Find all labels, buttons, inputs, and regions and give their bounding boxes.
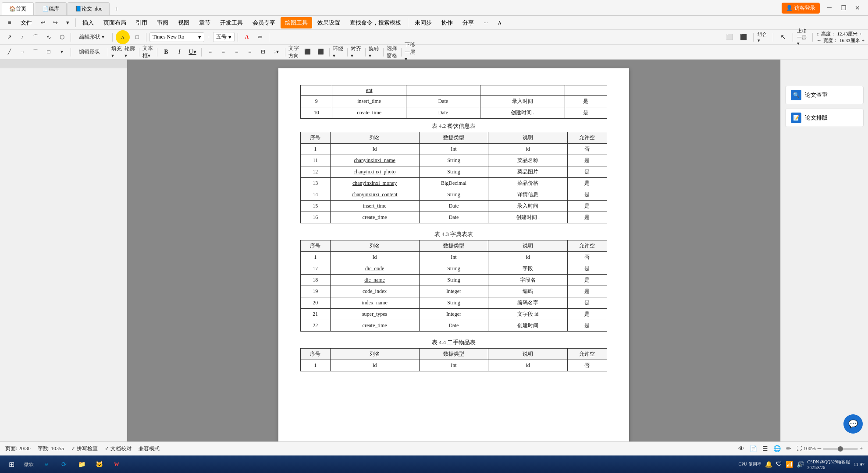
underline-btn[interactable]: U▾ bbox=[187, 46, 198, 58]
menu-draw[interactable]: 绘图工具 bbox=[281, 17, 312, 28]
menu-member[interactable]: 会员专享 bbox=[248, 17, 280, 28]
arrow-tool[interactable]: ↗ bbox=[4, 32, 15, 43]
fill-btn[interactable]: 填充▾ bbox=[111, 46, 123, 58]
taskbar-app-cat[interactable]: 🐱 bbox=[91, 456, 107, 472]
font-size-select[interactable]: 五号 ▾ bbox=[213, 32, 235, 42]
move-down-btn[interactable]: 下移一层▾ bbox=[405, 46, 416, 58]
shape-fill-button[interactable]: A bbox=[116, 30, 130, 44]
taskbar-app-edge[interactable]: ⟳ bbox=[56, 456, 72, 472]
menu-layout[interactable]: 页面布局 bbox=[99, 17, 131, 28]
tab-draft[interactable]: 📄 稿库 bbox=[35, 2, 67, 15]
taskbar-network[interactable]: 📶 bbox=[786, 461, 793, 468]
tab-home[interactable]: 🏠 首页 bbox=[2, 2, 34, 15]
menu-devtools[interactable]: 开发工具 bbox=[216, 17, 247, 28]
minimize-button[interactable]: ─ bbox=[823, 2, 836, 14]
login-button[interactable]: 👤 访客登录 bbox=[782, 3, 820, 14]
select-frame-btn[interactable]: 选择窗格 bbox=[387, 46, 398, 58]
page-view-icon[interactable]: 📄 bbox=[750, 445, 757, 452]
dist-btn[interactable]: ⊟ bbox=[257, 46, 269, 58]
move-up-layer[interactable]: 上移一层 ▾ bbox=[797, 32, 808, 43]
menu-ref[interactable]: 引用 bbox=[132, 17, 152, 28]
rotate-btn[interactable]: 旋转▾ bbox=[369, 46, 380, 58]
edit-shape-btn2[interactable]: 编辑形状 bbox=[74, 46, 105, 58]
menu-insert[interactable]: 插入 bbox=[78, 17, 98, 28]
add-tab-button[interactable]: + bbox=[110, 3, 123, 15]
line-tool[interactable]: / bbox=[17, 32, 28, 43]
menu-search[interactable]: 查找命令，搜索模板 bbox=[345, 17, 406, 28]
edit-icon[interactable]: ✏ bbox=[786, 445, 791, 452]
combine-button[interactable]: 组合 ▾ bbox=[758, 32, 769, 43]
menu-effect[interactable]: 效果设置 bbox=[313, 17, 345, 28]
draw-line-btn[interactable]: ╱ bbox=[4, 46, 15, 58]
highlight-button[interactable]: ✏ bbox=[254, 32, 266, 43]
menu-sync[interactable]: 未同步 bbox=[410, 17, 436, 28]
shape-outline-button[interactable]: □ bbox=[132, 32, 143, 43]
zoom-slider[interactable] bbox=[823, 448, 858, 450]
chat-button[interactable]: 💬 bbox=[843, 414, 863, 434]
more-button[interactable]: ▾ bbox=[62, 17, 73, 28]
fullscreen-icon[interactable]: ⛶ bbox=[797, 445, 802, 452]
text-box-more[interactable]: ⬛ bbox=[738, 32, 749, 43]
taskbar-security[interactable]: 🛡 bbox=[776, 461, 782, 468]
curve-tool[interactable]: ⌒ bbox=[30, 32, 41, 43]
bold-btn[interactable]: B bbox=[160, 46, 172, 58]
text-box-insert[interactable]: ⬜ bbox=[724, 32, 735, 43]
menu-collapse[interactable]: ∧ bbox=[493, 18, 506, 28]
text-dir-btn[interactable]: 文字方向 bbox=[288, 46, 300, 58]
draw-more-btn[interactable]: ▾ bbox=[56, 46, 68, 58]
draw-rect-btn[interactable]: □ bbox=[43, 46, 54, 58]
zoom-minus-btn[interactable]: ─ bbox=[818, 445, 822, 452]
font-name-select[interactable]: Times New Ro ▾ bbox=[149, 32, 204, 42]
text-more-btn[interactable]: ⬛ bbox=[302, 46, 313, 58]
menu-more[interactable]: ··· bbox=[479, 18, 492, 28]
taskbar-app-folder[interactable]: 📁 bbox=[74, 456, 89, 472]
zoom-plus-btn[interactable]: + bbox=[860, 445, 863, 452]
justify-btn[interactable]: ≡ bbox=[244, 46, 256, 58]
taskbar-volume[interactable]: 🔊 bbox=[797, 461, 804, 468]
taskbar-app-wps[interactable]: W bbox=[109, 456, 125, 472]
menu-review[interactable]: 审阅 bbox=[153, 17, 173, 28]
ring-btn[interactable]: 环绕▾ bbox=[333, 46, 344, 58]
font-color-button[interactable]: A bbox=[241, 32, 253, 43]
outline-btn[interactable]: 轮廓▾ bbox=[125, 46, 136, 58]
menu-collab[interactable]: 协作 bbox=[437, 17, 457, 28]
list-view-icon[interactable]: ☰ bbox=[762, 445, 768, 452]
align-btn[interactable]: 对齐▾ bbox=[351, 46, 362, 58]
width-plus[interactable]: + bbox=[862, 38, 864, 43]
taskbar-app-ie[interactable]: e bbox=[39, 456, 54, 472]
textbox-btn[interactable]: 文本框▾ bbox=[142, 46, 154, 58]
select-tool[interactable]: ↖ bbox=[777, 32, 789, 43]
taskbar-notification[interactable]: 🔔 bbox=[765, 461, 772, 468]
paper-check-button[interactable]: 🔍 论文查重 bbox=[785, 86, 864, 104]
redo-button[interactable]: ↪ bbox=[50, 17, 61, 28]
align-left-btn[interactable]: ≡ bbox=[205, 46, 216, 58]
align-center-btn[interactable]: ≡ bbox=[218, 46, 229, 58]
tab-doc[interactable]: 📘 论文 .doc bbox=[68, 2, 110, 15]
menu-icon-button[interactable]: ≡ bbox=[4, 18, 15, 28]
polygon-tool[interactable]: ⬡ bbox=[56, 32, 68, 43]
restore-button[interactable]: ❐ bbox=[837, 2, 850, 14]
draw-arrow-btn[interactable]: → bbox=[17, 46, 28, 58]
close-button[interactable]: ✕ bbox=[851, 2, 864, 14]
view-icon[interactable]: 👁 bbox=[738, 445, 744, 452]
menu-share[interactable]: 分享 bbox=[458, 17, 478, 28]
italic-btn[interactable]: I bbox=[174, 46, 185, 58]
align-right-btn[interactable]: ≡ bbox=[231, 46, 242, 58]
draw-curve-btn[interactable]: ⌒ bbox=[30, 46, 41, 58]
taskbar: ⊞ 微软 e ⟳ 📁 🐱 W CPU 使用率 🔔 🛡 📶 🔊 CSDN @QQ3… bbox=[0, 455, 868, 473]
menu-view[interactable]: 视图 bbox=[174, 17, 194, 28]
line-spacing-btn[interactable]: ↕▾ bbox=[270, 46, 282, 58]
spell-check[interactable]: ✓ 拼写检查 bbox=[71, 445, 98, 452]
menu-chapter[interactable]: 章节 bbox=[195, 17, 215, 28]
web-view-icon[interactable]: 🌐 bbox=[773, 445, 781, 452]
start-button[interactable]: ⊞ bbox=[4, 456, 19, 472]
menu-file[interactable]: 文件 bbox=[16, 17, 36, 28]
freeform-tool[interactable]: ∿ bbox=[43, 32, 54, 43]
taskbar-app-pinyin[interactable]: 微软 bbox=[21, 456, 37, 472]
height-plus[interactable]: + bbox=[859, 31, 862, 36]
doc-compare[interactable]: ✓ 文档校对 bbox=[105, 445, 132, 452]
edit-shape-button[interactable]: 編辑形状 ▾ bbox=[74, 32, 109, 43]
paper-format-button[interactable]: 📝 论文排版 bbox=[785, 109, 864, 127]
undo-button[interactable]: ↩ bbox=[37, 17, 49, 28]
text-more2-btn[interactable]: ⬛ bbox=[315, 46, 326, 58]
